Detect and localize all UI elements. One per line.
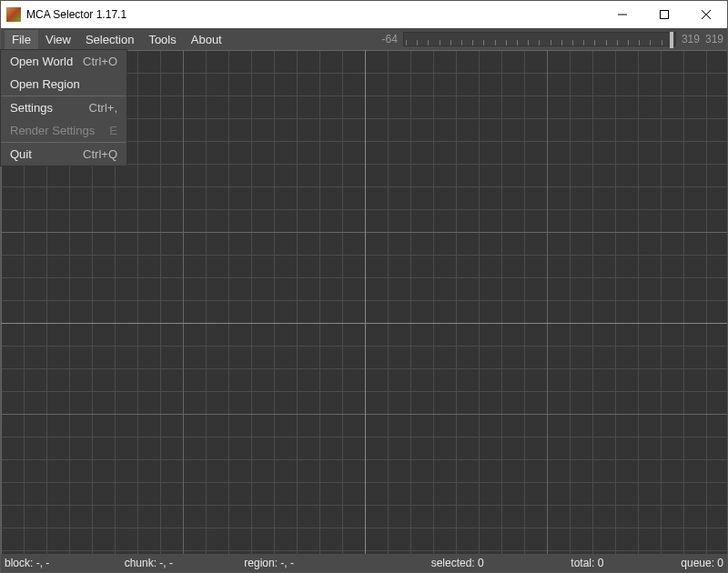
svg-rect-1 bbox=[661, 11, 669, 19]
menu-selection[interactable]: Selection bbox=[78, 30, 141, 49]
menu-view[interactable]: View bbox=[38, 30, 78, 49]
height-slider-value: 319 bbox=[682, 33, 700, 45]
status-block: block: -, - bbox=[5, 557, 125, 569]
status-region: region: -, - bbox=[244, 557, 364, 569]
menu-quit[interactable]: Quit Ctrl+Q bbox=[1, 142, 126, 166]
height-slider-min-label: -64 bbox=[382, 33, 398, 45]
menu-item-label: Open World bbox=[10, 55, 73, 68]
height-slider-thumb[interactable] bbox=[670, 32, 673, 48]
menu-render-settings: Render Settings E bbox=[1, 119, 126, 142]
minimize-button[interactable] bbox=[602, 1, 643, 28]
app-icon bbox=[6, 7, 21, 22]
menu-settings[interactable]: Settings Ctrl+, bbox=[1, 96, 126, 119]
menu-item-shortcut: Ctrl+, bbox=[89, 101, 117, 115]
axis-horizontal bbox=[1, 323, 727, 324]
maximize-icon bbox=[660, 10, 669, 19]
height-slider-ticks bbox=[404, 33, 675, 45]
close-icon bbox=[702, 10, 711, 19]
close-button[interactable] bbox=[685, 1, 727, 28]
status-total: total: 0 bbox=[484, 557, 604, 569]
status-selected: selected: 0 bbox=[364, 557, 484, 569]
menu-item-label: Render Settings bbox=[10, 124, 95, 137]
height-slider-max-label: 319 bbox=[705, 33, 723, 45]
app-window: MCA Selector 1.17.1 File View Selection … bbox=[0, 0, 728, 573]
menu-item-label: Open Region bbox=[10, 77, 80, 91]
status-chunk: chunk: -, - bbox=[125, 557, 245, 569]
status-bar: block: -, - chunk: -, - region: -, - sel… bbox=[1, 554, 727, 572]
menu-tools[interactable]: Tools bbox=[141, 30, 183, 49]
menu-item-label: Settings bbox=[10, 101, 53, 115]
menu-open-region[interactable]: Open Region bbox=[1, 73, 126, 96]
minimize-icon bbox=[618, 10, 627, 19]
height-slider[interactable] bbox=[403, 32, 676, 46]
title-bar: MCA Selector 1.17.1 bbox=[1, 1, 727, 28]
status-queue: queue: 0 bbox=[603, 557, 723, 569]
axis-vertical bbox=[365, 50, 366, 554]
menu-item-shortcut: Ctrl+O bbox=[83, 55, 117, 68]
window-title: MCA Selector 1.17.1 bbox=[26, 8, 602, 21]
menu-item-label: Quit bbox=[10, 147, 32, 161]
menu-about[interactable]: About bbox=[184, 30, 229, 49]
menu-bar: File View Selection Tools About -64 319 … bbox=[1, 28, 727, 50]
menu-open-world[interactable]: Open World Ctrl+O bbox=[1, 50, 126, 73]
maximize-button[interactable] bbox=[643, 1, 685, 28]
menu-item-shortcut: E bbox=[109, 124, 117, 137]
menu-file[interactable]: File bbox=[5, 30, 38, 49]
file-menu-dropdown: Open World Ctrl+O Open Region Settings C… bbox=[0, 49, 127, 166]
menu-item-shortcut: Ctrl+Q bbox=[83, 147, 117, 161]
